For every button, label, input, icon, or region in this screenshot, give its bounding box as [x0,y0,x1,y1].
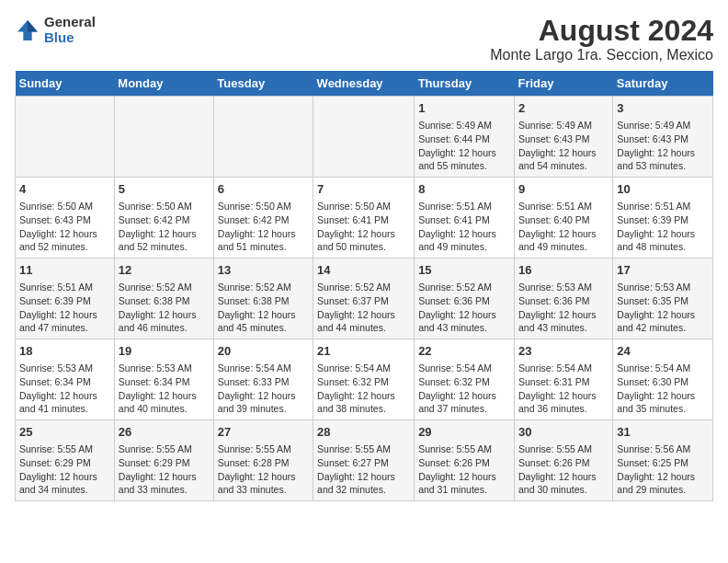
calendar-cell: 11Sunrise: 5:51 AMSunset: 6:39 PMDayligh… [16,259,115,339]
logo-icon [15,17,40,43]
cell-content-line: Sunset: 6:34 PM [119,375,210,389]
cell-content-line: Sunrise: 5:52 AM [218,281,309,294]
cell-content-line: Sunset: 6:28 PM [218,456,309,470]
cell-content-line: Daylight: 12 hours and 29 minutes. [617,470,709,497]
day-number: 14 [317,262,410,279]
cell-content-line: Sunrise: 5:53 AM [19,362,110,375]
day-number: 3 [617,100,709,117]
calendar-cell: 29Sunrise: 5:55 AMSunset: 6:26 PMDayligh… [415,419,515,500]
cell-content-line: Sunrise: 5:55 AM [317,442,410,456]
cell-content-line: Daylight: 12 hours and 50 minutes. [317,227,410,254]
cell-content-line: Sunset: 6:39 PM [617,213,709,227]
cell-content-line: Sunset: 6:27 PM [317,456,410,470]
cell-content-line: Daylight: 12 hours and 33 minutes. [218,470,309,497]
cell-content-line: Sunrise: 5:49 AM [518,119,609,132]
calendar-cell: 12Sunrise: 5:52 AMSunset: 6:38 PMDayligh… [114,259,213,339]
svg-marker-1 [28,20,38,31]
cell-content-line: Sunrise: 5:54 AM [518,362,609,375]
cell-content-line: Sunrise: 5:55 AM [19,442,110,456]
cell-content-line: Sunset: 6:43 PM [19,213,110,227]
calendar-subtitle: Monte Largo 1ra. Seccion, Mexico [490,47,713,63]
cell-content-line: Daylight: 12 hours and 46 minutes. [119,308,210,335]
day-number: 20 [218,343,309,360]
day-number: 10 [617,181,709,198]
cell-content-line: Sunset: 6:32 PM [418,375,510,389]
day-number: 2 [518,100,609,117]
cell-content-line: Sunrise: 5:51 AM [518,200,609,213]
calendar-cell: 26Sunrise: 5:55 AMSunset: 6:29 PMDayligh… [114,419,213,500]
calendar-cell: 22Sunrise: 5:54 AMSunset: 6:32 PMDayligh… [415,339,515,420]
cell-content-line: Sunrise: 5:53 AM [617,281,709,294]
header-row: Sunday Monday Tuesday Wednesday Thursday… [16,71,713,97]
calendar-cell [16,97,115,178]
calendar-week-3: 11Sunrise: 5:51 AMSunset: 6:39 PMDayligh… [16,259,713,339]
calendar-cell: 27Sunrise: 5:55 AMSunset: 6:28 PMDayligh… [213,419,313,500]
day-number: 24 [617,343,709,360]
logo-text: General Blue [44,15,96,45]
calendar-cell: 1Sunrise: 5:49 AMSunset: 6:44 PMDaylight… [415,97,515,178]
cell-content-line: Sunset: 6:34 PM [19,375,110,389]
col-wednesday: Wednesday [313,71,415,97]
day-number: 9 [518,181,609,198]
day-number: 11 [19,262,110,279]
cell-content-line: Sunrise: 5:52 AM [119,281,210,294]
calendar-cell: 19Sunrise: 5:53 AMSunset: 6:34 PMDayligh… [114,339,213,420]
calendar-cell: 4Sunrise: 5:50 AMSunset: 6:43 PMDaylight… [16,178,115,259]
day-number: 6 [218,181,309,198]
day-number: 29 [418,424,510,441]
calendar-cell: 25Sunrise: 5:55 AMSunset: 6:29 PMDayligh… [16,419,115,500]
cell-content-line: Daylight: 12 hours and 33 minutes. [119,470,210,497]
cell-content-line: Daylight: 12 hours and 45 minutes. [218,308,309,335]
day-number: 23 [518,343,609,360]
day-number: 21 [317,343,410,360]
cell-content-line: Sunset: 6:36 PM [518,294,609,308]
calendar-week-2: 4Sunrise: 5:50 AMSunset: 6:43 PMDaylight… [16,178,713,259]
cell-content-line: Sunrise: 5:49 AM [418,119,510,132]
calendar-cell: 6Sunrise: 5:50 AMSunset: 6:42 PMDaylight… [213,178,313,259]
day-number: 16 [518,262,609,279]
cell-content-line: Sunrise: 5:55 AM [119,442,210,456]
cell-content-line: Sunset: 6:29 PM [19,456,110,470]
cell-content-line: Sunset: 6:33 PM [218,375,309,389]
cell-content-line: Daylight: 12 hours and 53 minutes. [617,146,709,173]
cell-content-line: Daylight: 12 hours and 52 minutes. [19,227,110,254]
cell-content-line: Daylight: 12 hours and 43 minutes. [418,308,510,335]
cell-content-line: Daylight: 12 hours and 30 minutes. [518,470,609,497]
calendar-cell: 8Sunrise: 5:51 AMSunset: 6:41 PMDaylight… [415,178,515,259]
calendar-cell [213,97,313,178]
cell-content-line: Sunrise: 5:51 AM [19,281,110,294]
cell-content-line: Sunrise: 5:52 AM [317,281,410,294]
day-number: 30 [518,424,609,441]
cell-content-line: Daylight: 12 hours and 42 minutes. [617,308,709,335]
cell-content-line: Sunrise: 5:51 AM [617,200,709,213]
col-sunday: Sunday [16,71,115,97]
cell-content-line: Daylight: 12 hours and 48 minutes. [617,227,709,254]
calendar-cell: 17Sunrise: 5:53 AMSunset: 6:35 PMDayligh… [613,259,713,339]
cell-content-line: Sunrise: 5:50 AM [218,200,309,213]
day-number: 31 [617,424,709,441]
cell-content-line: Sunset: 6:30 PM [617,375,709,389]
cell-content-line: Sunset: 6:41 PM [317,213,410,227]
title-block: August 2024 Monte Largo 1ra. Seccion, Me… [490,15,713,63]
calendar-cell: 13Sunrise: 5:52 AMSunset: 6:38 PMDayligh… [213,259,313,339]
calendar-title: August 2024 [490,15,713,47]
col-tuesday: Tuesday [213,71,313,97]
cell-content-line: Sunrise: 5:50 AM [119,200,210,213]
day-number: 4 [19,181,110,198]
calendar-cell: 7Sunrise: 5:50 AMSunset: 6:41 PMDaylight… [313,178,415,259]
cell-content-line: Sunrise: 5:50 AM [317,200,410,213]
col-thursday: Thursday [415,71,515,97]
col-saturday: Saturday [613,71,713,97]
cell-content-line: Sunset: 6:39 PM [19,294,110,308]
cell-content-line: Sunset: 6:43 PM [617,132,709,146]
cell-content-line: Sunset: 6:44 PM [418,132,510,146]
calendar-cell: 18Sunrise: 5:53 AMSunset: 6:34 PMDayligh… [16,339,115,420]
cell-content-line: Sunset: 6:38 PM [119,294,210,308]
cell-content-line: Sunset: 6:26 PM [518,456,609,470]
cell-content-line: Sunrise: 5:53 AM [119,362,210,375]
logo-general-text: General [44,15,96,30]
calendar-week-5: 25Sunrise: 5:55 AMSunset: 6:29 PMDayligh… [16,419,713,500]
calendar-cell: 30Sunrise: 5:55 AMSunset: 6:26 PMDayligh… [514,419,612,500]
calendar-cell: 21Sunrise: 5:54 AMSunset: 6:32 PMDayligh… [313,339,415,420]
cell-content-line: Sunset: 6:31 PM [518,375,609,389]
